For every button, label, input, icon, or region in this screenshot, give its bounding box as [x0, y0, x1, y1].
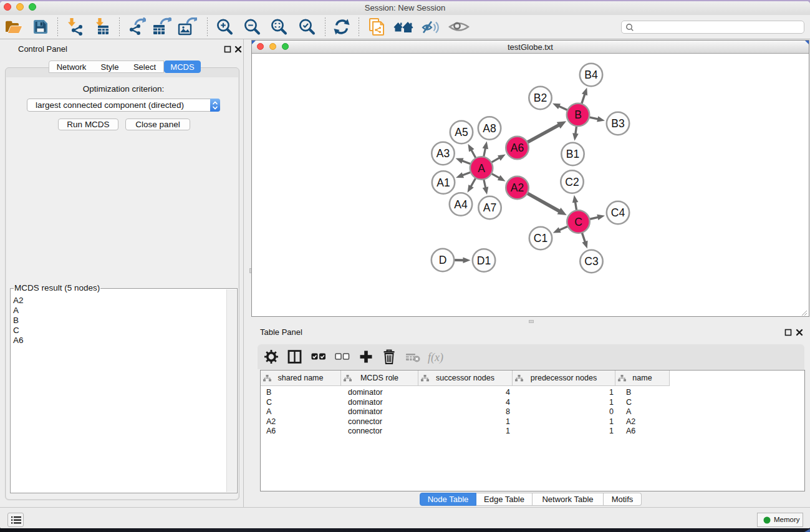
svg-text:C2: C2	[565, 176, 579, 188]
svg-text:A2: A2	[511, 181, 524, 194]
svg-text:A8: A8	[483, 122, 496, 135]
svg-text:B: B	[574, 109, 582, 121]
svg-text:B3: B3	[611, 117, 624, 130]
svg-text:C4: C4	[611, 206, 625, 219]
svg-text:C3: C3	[584, 255, 598, 268]
svg-text:A5: A5	[455, 126, 468, 138]
svg-text:C: C	[574, 216, 582, 228]
svg-text:A3: A3	[436, 147, 450, 160]
svg-text:B1: B1	[566, 148, 579, 160]
svg-text:A: A	[478, 162, 485, 175]
svg-text:C1: C1	[534, 232, 547, 244]
svg-text:A7: A7	[483, 201, 496, 214]
svg-text:B2: B2	[534, 92, 547, 104]
svg-text:D1: D1	[477, 254, 491, 267]
svg-text:A4: A4	[454, 198, 468, 211]
svg-text:B4: B4	[584, 69, 598, 81]
svg-text:A1: A1	[436, 177, 450, 189]
svg-text:D: D	[439, 254, 447, 266]
svg-text:A6: A6	[511, 142, 524, 154]
